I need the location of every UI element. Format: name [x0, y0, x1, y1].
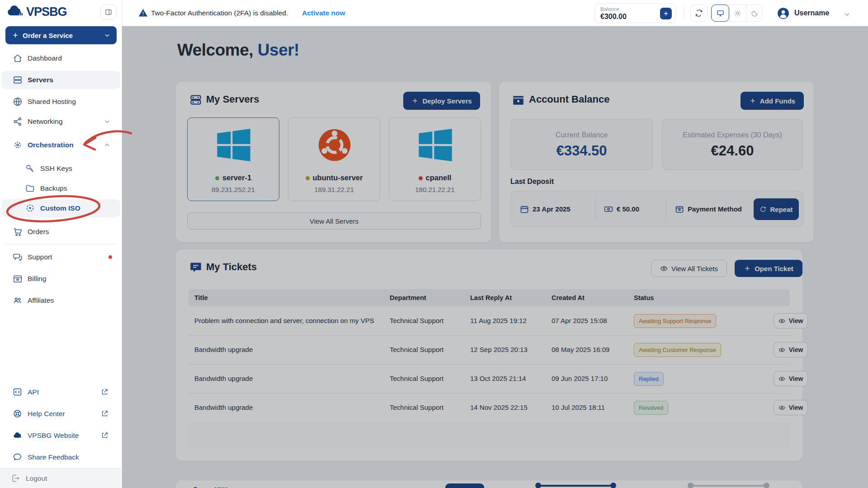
folder-icon — [25, 183, 35, 193]
network-icon — [13, 117, 23, 127]
chevron-down-icon[interactable] — [844, 11, 850, 18]
sidebar-item-custom-iso[interactable]: Custom ISO — [2, 199, 120, 217]
support-chat-icon — [13, 252, 23, 262]
plus-icon — [12, 32, 19, 39]
username-menu[interactable]: Username — [794, 0, 829, 26]
theme-dark-button[interactable] — [746, 5, 763, 21]
balance-label: Balance — [600, 6, 619, 12]
users-icon — [13, 296, 23, 305]
balance-value: €300.00 — [600, 13, 627, 21]
sidebar-item-shared-hosting[interactable]: Shared Hosting — [2, 93, 120, 111]
chevron-down-icon — [104, 32, 110, 38]
avatar[interactable] — [777, 7, 789, 19]
sidebar-item-networking[interactable]: Networking — [2, 113, 120, 131]
key-icon — [25, 164, 35, 174]
chevron-down-icon — [104, 118, 110, 125]
two-factor-warning-text: Two-Factor Authentication (2FA) is disab… — [151, 0, 288, 26]
theme-system-button[interactable] — [711, 5, 729, 22]
sidebar-item-support[interactable]: Support — [2, 248, 120, 266]
topbar: Two-Factor Authentication (2FA) is disab… — [122, 0, 868, 26]
sidebar-item-orchestration[interactable]: Orchestration — [2, 136, 120, 154]
sidebar-item-ssh-keys[interactable]: SSH Keys — [2, 160, 120, 178]
notification-dot — [108, 255, 112, 259]
sidebar-item-help-center[interactable]: Help Center — [2, 405, 120, 423]
orchestration-icon — [13, 140, 23, 150]
monitor-icon — [712, 9, 729, 17]
sidebar-toggle-icon — [105, 9, 112, 16]
divider — [5, 244, 117, 244]
sun-icon — [729, 9, 746, 17]
theme-light-button[interactable] — [729, 5, 746, 21]
servers-icon — [13, 75, 23, 85]
billing-wallet-icon — [13, 274, 23, 284]
chevron-up-icon — [104, 142, 110, 148]
activate-now-link[interactable]: Activate now — [302, 0, 345, 26]
sidebar: VPSBG Order a Service Dashboard Servers … — [0, 0, 122, 488]
logout-label: Logout — [26, 469, 47, 488]
home-icon — [13, 53, 23, 63]
moon-icon — [746, 9, 763, 17]
cloud-logo-icon — [13, 431, 23, 441]
sidebar-item-vpsbg-website[interactable]: VPSBG Website — [2, 427, 120, 445]
logout-icon — [11, 474, 20, 483]
globe-icon — [13, 97, 23, 107]
refresh-icon — [695, 9, 703, 17]
vpsbg-logo-icon — [6, 5, 24, 18]
brand-name: VPSBG — [26, 5, 67, 19]
divider — [684, 6, 684, 20]
plus-icon — [663, 10, 669, 17]
theme-toggle-group — [711, 5, 763, 22]
sidebar-item-servers[interactable]: Servers — [2, 71, 120, 89]
refresh-button[interactable] — [690, 5, 708, 22]
cart-icon — [13, 227, 23, 237]
sidebar-item-backups[interactable]: Backups — [2, 179, 120, 197]
logout-row[interactable]: Logout — [0, 468, 122, 488]
order-service-button[interactable]: Order a Service — [5, 26, 117, 44]
feedback-bubble-icon — [13, 452, 23, 462]
add-balance-button[interactable] — [660, 8, 672, 19]
sidebar-item-share-feedback[interactable]: Share Feedback — [2, 448, 120, 466]
balance-widget: Balance €300.00 — [594, 3, 676, 23]
code-icon — [13, 387, 23, 397]
external-link-icon — [101, 410, 108, 418]
sidebar-item-api[interactable]: API — [2, 383, 120, 401]
disc-icon — [25, 203, 35, 213]
sidebar-item-affiliates[interactable]: Affiliates — [2, 291, 120, 310]
external-link-icon — [101, 388, 108, 396]
external-link-icon — [101, 432, 108, 439]
sidebar-item-orders[interactable]: Orders — [2, 223, 120, 241]
warning-icon — [138, 8, 148, 18]
lifebuoy-icon — [13, 409, 23, 419]
sidebar-collapse-button[interactable] — [100, 5, 117, 20]
sidebar-item-dashboard[interactable]: Dashboard — [2, 49, 120, 67]
content-dim-overlay — [122, 26, 868, 488]
sidebar-item-billing[interactable]: Billing — [2, 270, 120, 288]
